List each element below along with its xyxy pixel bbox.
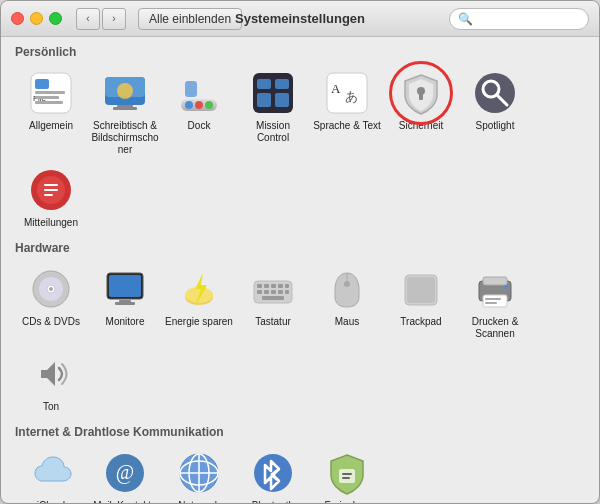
svg-rect-39 [109,275,141,297]
icon-trackpad[interactable]: Trackpad [385,261,457,344]
close-button[interactable] [11,12,24,25]
window-title: Systemeinstellungen [235,11,365,26]
svg-rect-77 [342,473,352,475]
svg-rect-64 [485,302,497,304]
svg-rect-41 [115,302,135,305]
svg-rect-51 [264,290,269,294]
icon-tastatur[interactable]: Tastatur [237,261,309,344]
search-box[interactable]: 🔍 [449,8,589,30]
svg-rect-1 [35,79,49,89]
svg-rect-45 [257,284,262,288]
svg-rect-15 [185,81,197,97]
svg-point-13 [195,101,203,109]
icon-cds[interactable]: CDs & DVDs [15,261,87,344]
section-internet-grid: iCloud @ Mail, Kontakte & Kalender [15,445,585,503]
svg-rect-63 [485,298,501,300]
icon-allgemein[interactable]: File Allgemein [15,65,87,160]
titlebar: ‹ › Alle einblenden Systemeinstellungen … [1,1,599,37]
svg-rect-17 [257,79,271,89]
svg-rect-4 [35,96,59,99]
search-icon: 🔍 [458,12,473,26]
svg-rect-62 [483,295,507,307]
icon-mail[interactable]: @ Mail, Kontakte & Kalender [89,445,161,503]
svg-rect-49 [285,284,289,288]
svg-rect-61 [483,277,507,285]
section-title-personal: Persönlich [15,45,585,59]
back-button[interactable]: ‹ [76,8,100,30]
icon-bluetooth[interactable]: Bluetooth [237,445,309,503]
icon-sicherheit[interactable]: Sicherheit [385,65,457,160]
svg-rect-48 [278,284,283,288]
svg-rect-78 [342,477,350,479]
icon-mitteilungen[interactable]: Mitteilungen [15,162,87,233]
forward-button[interactable]: › [102,8,126,30]
svg-point-8 [117,83,133,99]
main-window: ‹ › Alle einblenden Systemeinstellungen … [0,0,600,504]
svg-point-24 [417,87,425,95]
svg-rect-50 [257,290,262,294]
icon-energie[interactable]: Energie sparen [163,261,235,344]
svg-rect-46 [264,284,269,288]
svg-rect-33 [44,194,53,196]
alle-einblenden-button[interactable]: Alle einblenden [138,8,242,30]
icon-sprache[interactable]: A あ Sprache & Text [311,65,383,160]
icon-maus[interactable]: Maus [311,261,383,344]
svg-rect-25 [419,94,423,100]
svg-rect-3 [35,91,65,94]
icon-ton[interactable]: Ton [15,346,87,417]
svg-text:A: A [331,81,341,96]
svg-point-26 [475,73,515,113]
svg-rect-53 [278,290,283,294]
svg-rect-10 [113,107,137,110]
minimize-button[interactable] [30,12,43,25]
section-title-hardware: Hardware [15,241,585,255]
section-hardware-grid: CDs & DVDs Monitore [15,261,585,417]
svg-rect-32 [44,189,58,191]
svg-rect-19 [257,93,271,107]
svg-rect-55 [262,296,284,300]
svg-point-57 [344,281,350,287]
svg-rect-52 [271,290,276,294]
search-input[interactable] [477,12,580,26]
svg-point-65 [504,285,508,289]
svg-text:@: @ [116,461,134,484]
icon-spotlight[interactable]: Spotlight [459,65,531,160]
svg-rect-59 [407,277,435,303]
svg-text:あ: あ [345,89,358,104]
svg-rect-31 [44,184,58,186]
icon-freigaben[interactable]: Freigaben [311,445,383,503]
svg-point-37 [49,287,53,291]
icon-dock[interactable]: Dock [163,65,235,160]
svg-rect-76 [339,469,355,483]
icon-netzwerk[interactable]: Netzwerk [163,445,235,503]
svg-rect-18 [275,79,289,89]
content-area: Persönlich File Allgemein [1,37,599,503]
icon-icloud[interactable]: iCloud [15,445,87,503]
svg-rect-47 [271,284,276,288]
icon-schreibtisch[interactable]: Schreibtisch & Bildschirmschoner [89,65,161,160]
nav-buttons: ‹ › [76,8,126,30]
svg-rect-54 [285,290,289,294]
icon-drucken[interactable]: Drucken & Scannen [459,261,531,344]
icon-monitore[interactable]: Monitore [89,261,161,344]
svg-point-12 [185,101,193,109]
traffic-lights [11,12,62,25]
svg-point-14 [205,101,213,109]
icon-mission[interactable]: Mission Control [237,65,309,160]
svg-rect-20 [275,93,289,107]
maximize-button[interactable] [49,12,62,25]
section-personal-grid: File Allgemein [15,65,585,233]
section-title-internet: Internet & Drahtlose Kommunikation [15,425,585,439]
svg-rect-5 [35,101,63,104]
